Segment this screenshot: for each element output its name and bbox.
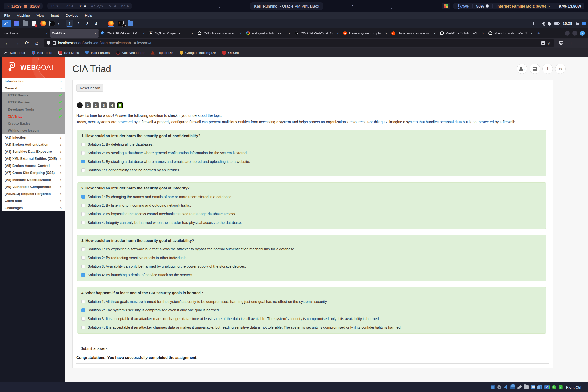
tab-owasp-zap[interactable]: OWASP ZAP – ZAP × <box>99 29 147 38</box>
answer-option[interactable]: Solution 1: All three goals must be harm… <box>81 299 542 304</box>
sidebar-item-a5-access-control[interactable]: (A5) Broken Access Control› <box>2 162 65 169</box>
sidebar-item-a9-vulnerable-components[interactable]: (A9) Vulnerable Components› <box>2 183 65 190</box>
answer-option[interactable]: Solution 4: It is acceptable if an attac… <box>81 325 542 329</box>
vm-workspace-1[interactable]: 1 <box>66 20 74 27</box>
answer-option[interactable]: Solution 3: It is acceptable if an attac… <box>81 317 542 321</box>
firefox-launcher[interactable] <box>40 21 46 26</box>
tab-main-exploits[interactable]: Main Exploits · WebG × <box>486 29 535 38</box>
about-button[interactable]: i <box>542 64 553 74</box>
network-status[interactable]: Internet Familie Bolz (66%) <box>496 4 551 8</box>
answer-option[interactable]: Solution 2: By listening to incoming and… <box>81 203 542 207</box>
folder-launcher[interactable] <box>22 21 29 26</box>
contact-button[interactable]: ✉ <box>555 64 566 74</box>
sidebar-item-a7-xss[interactable]: (A7) Cross-Site Scripting (XSS)› <box>2 169 65 176</box>
close-icon[interactable]: × <box>240 31 242 35</box>
volume-tray-icon[interactable] <box>541 22 544 25</box>
sidebar-item-a1-injection[interactable]: (A1) Injection› <box>2 134 65 141</box>
vm-workspace-2[interactable]: 2 <box>75 20 82 27</box>
site-info-icon[interactable] <box>53 41 56 45</box>
workspace-2[interactable]: 2:● <box>66 4 73 8</box>
sidebar-item-a8-2013-request-forgeries[interactable]: (A8:2013) Request Forgeries› <box>2 190 65 197</box>
close-icon[interactable]: × <box>94 31 96 35</box>
checkbox[interactable] <box>81 143 85 146</box>
home-button[interactable]: ⌂ <box>32 39 41 47</box>
answer-option[interactable]: Solution 4: Integrity can only be harmed… <box>81 220 542 225</box>
optical-drive-status-icon[interactable] <box>497 385 501 389</box>
hard-disk-status-icon[interactable] <box>491 385 495 389</box>
tab-reddit-1[interactable]: Have anyone comple × <box>341 29 389 38</box>
checkbox[interactable] <box>81 300 85 303</box>
checkbox[interactable] <box>81 168 85 172</box>
checkbox[interactable] <box>81 221 85 224</box>
previous-page-button[interactable]: ← <box>77 102 83 108</box>
close-icon[interactable]: × <box>46 31 48 35</box>
minimize-button[interactable] <box>565 31 570 36</box>
page-4-button[interactable]: 4 <box>109 102 115 108</box>
audio-status-icon[interactable] <box>504 385 508 389</box>
sidebar-item-challenges[interactable]: Challenges› <box>2 204 65 211</box>
bookmark-kali-linux[interactable]: Kali Linux <box>4 51 25 55</box>
vm-workspace-4[interactable]: 4 <box>92 20 100 27</box>
checkbox[interactable] <box>81 212 85 216</box>
menu-file[interactable]: File <box>4 14 10 17</box>
close-icon[interactable]: × <box>531 31 533 35</box>
clock-date-widget[interactable]: ◔ 16:29 ▦ 31/03 <box>4 3 43 9</box>
brightness-status[interactable]: 50% <box>476 4 489 8</box>
sidebar-item-cia-triad-current[interactable]: CIA Triad ✔ <box>2 113 65 120</box>
checkbox[interactable] <box>81 256 85 260</box>
vm-workspace-3[interactable]: 3 <box>83 20 91 27</box>
host-key-capture-status-icon[interactable]: ↓ <box>559 385 563 389</box>
answer-option[interactable]: Solution 2: By redirecting sensitive ema… <box>81 256 542 260</box>
sidebar-item-client-side[interactable]: Client side› <box>2 197 65 204</box>
workspace-3-active[interactable]: 3:● <box>78 4 86 8</box>
tray-app-icon[interactable] <box>442 3 450 9</box>
answer-option[interactable]: Solution 1: By changing the names and em… <box>81 195 542 199</box>
text-editor-launcher[interactable] <box>31 21 38 26</box>
tab-owasp-webgoat[interactable]: OWASP WebGoat: G × <box>292 29 341 38</box>
close-icon[interactable]: × <box>143 31 145 35</box>
tracking-protection-shield-icon[interactable] <box>47 41 50 45</box>
tab-sql-wikipedia[interactable]: W SQL – Wikipedia × <box>147 29 195 38</box>
close-icon[interactable]: × <box>482 31 484 35</box>
bookmark-star-icon[interactable]: ☆ <box>547 41 551 46</box>
sidebar-item-developer-tools[interactable]: Developer Tools ✔ <box>2 106 65 113</box>
tab-kali-linux[interactable]: Kali Linux × <box>2 29 50 38</box>
page-5-button-current[interactable]: 5 <box>117 102 123 108</box>
close-icon[interactable]: × <box>191 31 193 35</box>
bookmark-google-hacking-db[interactable]: Google Hacking DB <box>180 51 216 55</box>
checkbox[interactable] <box>81 151 85 155</box>
report-card-button[interactable] <box>530 64 540 74</box>
menu-help[interactable]: Help <box>85 14 92 17</box>
sidebar-item-a8-deserialization[interactable]: (A8) Insecure Deserialization› <box>2 176 65 183</box>
bookmark-kali-tools[interactable]: Kali Tools <box>32 51 52 55</box>
display-status-icon[interactable] <box>531 385 535 389</box>
bookmark-kali-docs[interactable]: Kali Docs <box>58 51 79 55</box>
sidebar-item-http-basics[interactable]: HTTP Basics ✔ <box>2 92 65 99</box>
answer-option[interactable]: Solution 4: Confidentiality can't be har… <box>81 168 542 172</box>
answer-option[interactable]: Solution 1: By exploiting a software bug… <box>81 247 542 251</box>
bookmark-exploit-db[interactable]: Exploit-DB <box>151 51 173 55</box>
checkbox-checked[interactable] <box>81 308 85 312</box>
tab-webgoat-solutions-search[interactable]: webgoat solutions - × <box>244 29 292 38</box>
checkbox-checked[interactable] <box>81 195 85 199</box>
bookmark-kali-forums[interactable]: Kali Forums <box>85 51 110 55</box>
workspace-4[interactable]: 4:</> <box>91 4 103 8</box>
menu-input[interactable]: Input <box>51 14 59 17</box>
reload-button[interactable]: ⟳ <box>22 39 31 47</box>
sidebar-item-a2-broken-auth[interactable]: (A2) Broken Authentication› <box>2 141 65 148</box>
taskbar-files-window[interactable] <box>127 20 134 27</box>
close-icon[interactable]: × <box>288 31 290 35</box>
vm-clock[interactable]: 10:29 <box>563 21 572 26</box>
tab-webgoat-active[interactable]: WebGoat × <box>50 29 99 38</box>
taskbar-firefox-window[interactable] <box>107 20 115 27</box>
reader-mode-icon[interactable] <box>541 41 545 45</box>
workspace-6[interactable]: 6:● <box>121 4 128 8</box>
pocket-button[interactable] <box>557 39 566 47</box>
checkbox[interactable] <box>81 247 85 251</box>
menu-view[interactable]: View <box>37 14 44 17</box>
sidebar-item-introduction[interactable]: Introduction › <box>2 78 65 85</box>
answer-option[interactable]: Solution 3: Availability can only be har… <box>81 264 542 268</box>
taskbar-terminal-windows[interactable]: $ 3 <box>117 20 125 27</box>
answer-option[interactable]: Solution 3: By stealing a database where… <box>81 160 542 164</box>
checkbox-checked[interactable] <box>81 273 85 277</box>
